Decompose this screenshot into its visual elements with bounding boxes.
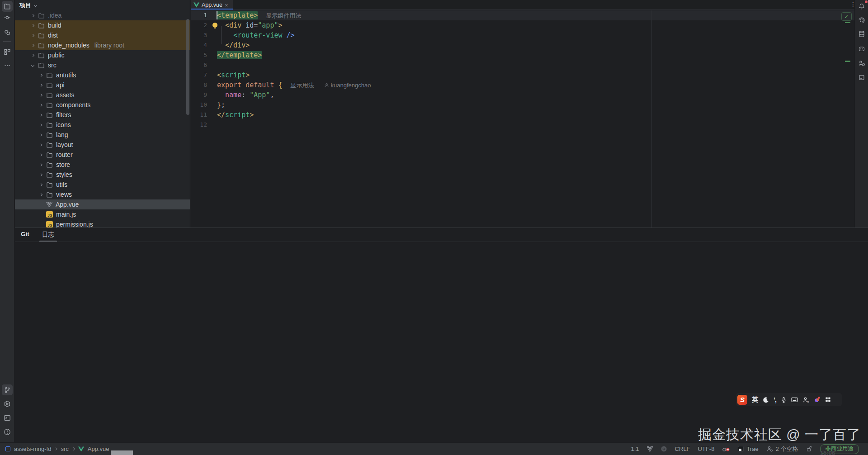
- box-tool-button[interactable]: [856, 72, 867, 83]
- caret-position-widget[interactable]: 1:1: [631, 446, 639, 452]
- chevron-right-icon[interactable]: [39, 193, 42, 196]
- tree-scrollbar[interactable]: [186, 19, 189, 115]
- git-tool-button[interactable]: [2, 384, 13, 395]
- ai-palette-icon[interactable]: [814, 396, 821, 403]
- breadcrumb-src[interactable]: src: [61, 446, 68, 452]
- person-badge-icon[interactable]: 46: [802, 397, 809, 403]
- breadcrumb-project[interactable]: assets-mng-fd: [14, 446, 51, 452]
- database-button[interactable]: [856, 28, 867, 39]
- services-tool-button[interactable]: [2, 398, 13, 409]
- tree-item-permission-js[interactable]: JSpermission.js: [15, 219, 190, 228]
- tree-item-antutils[interactable]: antutils: [15, 70, 190, 80]
- tree-item-views[interactable]: views: [15, 190, 190, 199]
- tree-item-src[interactable]: src: [15, 60, 190, 70]
- notifications-button[interactable]: [856, 1, 867, 12]
- line-separator-widget[interactable]: CRLF: [675, 446, 690, 452]
- code-line-4[interactable]: 4 </div>: [191, 40, 854, 50]
- code-line-5[interactable]: 5</template>: [191, 50, 854, 60]
- ai-assistant-button[interactable]: [856, 15, 867, 26]
- code-line-8[interactable]: 8export default {显示用法kuangfengchao: [191, 80, 854, 90]
- trae-plugin-widget[interactable]: Trae: [738, 446, 758, 452]
- code-line-11[interactable]: 11</script>: [191, 110, 854, 120]
- terminal-tool-button[interactable]: [2, 412, 13, 423]
- tree-item-utils[interactable]: utils: [15, 180, 190, 190]
- tree-item-assets[interactable]: assets: [15, 90, 190, 100]
- author-inlay-hint[interactable]: kuangfengchao: [324, 82, 371, 89]
- intention-bulb-icon[interactable]: [212, 23, 217, 28]
- code-line-3[interactable]: 3 <router-view />: [191, 30, 854, 40]
- code-line-1[interactable]: 1<template>显示组件用法: [191, 10, 854, 20]
- tree-item-router[interactable]: router: [15, 150, 190, 160]
- glasses-disabled-icon[interactable]: [722, 446, 730, 452]
- tab-close-icon[interactable]: ×: [225, 2, 228, 8]
- tree-item-components[interactable]: components: [15, 100, 190, 110]
- chevron-right-icon[interactable]: [39, 163, 42, 166]
- code-area[interactable]: 1<template>显示组件用法2 <div id="app">3 <rout…: [191, 10, 854, 228]
- gear-icon[interactable]: [660, 446, 667, 452]
- chevron-right-icon[interactable]: [39, 133, 42, 136]
- tree-item-lang[interactable]: lang: [15, 130, 190, 140]
- code-line-6[interactable]: 6: [191, 60, 854, 70]
- code-line-9[interactable]: 9 name: "App",: [191, 90, 854, 100]
- tree-item-main-js[interactable]: JSmain.js: [15, 209, 190, 219]
- tree-item-node_modules[interactable]: node_moduleslibrary root: [15, 40, 190, 50]
- inlay-hint[interactable]: 显示组件用法: [266, 12, 301, 19]
- inlay-hint[interactable]: 显示用法: [291, 82, 314, 89]
- ime-language-button[interactable]: 英: [752, 396, 758, 404]
- code-line-7[interactable]: 7<script>: [191, 70, 854, 80]
- chevron-right-icon[interactable]: [31, 43, 34, 47]
- problems-tool-button[interactable]: [2, 427, 13, 437]
- coding-agent-button[interactable]: [856, 43, 867, 54]
- chevron-right-icon[interactable]: [31, 14, 34, 17]
- structure-tool-button[interactable]: [2, 47, 13, 57]
- project-tool-button[interactable]: [2, 1, 13, 12]
- chevron-right-icon[interactable]: [31, 53, 34, 57]
- git-log-tab[interactable]: 日志: [42, 231, 54, 242]
- chevron-right-icon[interactable]: [39, 83, 42, 86]
- microphone-icon[interactable]: [781, 397, 787, 403]
- chevron-right-icon[interactable]: [39, 93, 42, 96]
- tree-item-dist[interactable]: dist: [15, 30, 190, 40]
- chevron-right-icon[interactable]: [39, 143, 42, 146]
- chevron-right-icon[interactable]: [39, 183, 42, 186]
- tree-item-public[interactable]: public: [15, 50, 190, 60]
- tree-item-api[interactable]: api: [15, 80, 190, 90]
- sogou-logo-icon[interactable]: S: [737, 395, 747, 405]
- moon-icon[interactable]: [763, 397, 769, 403]
- git-panel-content[interactable]: [15, 242, 868, 442]
- tree-item-build[interactable]: build: [15, 20, 190, 30]
- chevron-right-icon[interactable]: [39, 103, 42, 106]
- more-tool-windows-button[interactable]: [2, 60, 13, 71]
- tree-item-App-vue[interactable]: App.vue: [15, 199, 190, 209]
- editor-pane[interactable]: App.vue × 1<template>显示组件用法2 <div id="ap…: [191, 0, 854, 228]
- code-line-2[interactable]: 2 <div id="app">: [191, 20, 854, 30]
- unlocked-padlock-icon[interactable]: [806, 446, 812, 452]
- chevron-right-icon[interactable]: [39, 73, 42, 76]
- chevron-right-icon[interactable]: [39, 113, 42, 116]
- commit-tool-button[interactable]: [2, 12, 13, 23]
- tree-item--idea[interactable]: .idea: [15, 10, 190, 20]
- chevron-right-icon[interactable]: [39, 123, 42, 126]
- code-line-10[interactable]: 10};: [191, 100, 854, 110]
- chevron-right-icon[interactable]: [39, 153, 42, 156]
- vue-status-icon[interactable]: [647, 446, 653, 452]
- grid-menu-icon[interactable]: [825, 397, 831, 403]
- tree-item-styles[interactable]: styles: [15, 170, 190, 180]
- code-line-12[interactable]: 12: [191, 120, 854, 130]
- chevron-right-icon[interactable]: [31, 33, 34, 37]
- keyboard-icon[interactable]: [791, 397, 798, 403]
- chevron-right-icon[interactable]: [31, 24, 34, 27]
- tree-item-layout[interactable]: layout: [15, 140, 190, 150]
- chevron-right-icon[interactable]: [39, 173, 42, 176]
- indent-widget[interactable]: 2 个空格: [766, 445, 798, 453]
- tree-item-filters[interactable]: filters: [15, 110, 190, 120]
- project-panel-header[interactable]: 项目: [15, 0, 190, 10]
- breadcrumb-file[interactable]: App.vue: [88, 446, 109, 452]
- tree-item-icons[interactable]: icons: [15, 120, 190, 130]
- code-review-tool-button[interactable]: [2, 27, 13, 38]
- inspections-ok-widget[interactable]: ✓: [841, 12, 852, 21]
- punctuation-button[interactable]: ’,: [774, 396, 776, 403]
- chevron-down-icon[interactable]: [31, 63, 34, 66]
- code-with-me-button[interactable]: [856, 58, 867, 69]
- tree-item-store[interactable]: store: [15, 160, 190, 170]
